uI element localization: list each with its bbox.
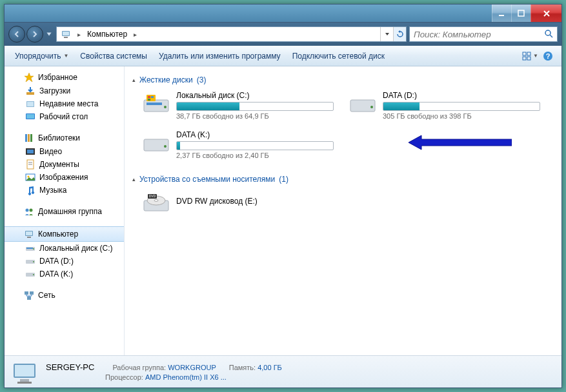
- map-drive-button[interactable]: Подключить сетевой диск: [287, 49, 390, 63]
- computer-icon: [24, 229, 34, 239]
- favorites-icon: [24, 72, 34, 83]
- homegroup-header[interactable]: Домашняя группа: [5, 204, 124, 219]
- svg-point-52: [370, 106, 373, 108]
- address-bar[interactable]: ▸ Компьютер ▸: [56, 26, 407, 42]
- minimize-button[interactable]: [492, 5, 511, 22]
- libraries-header[interactable]: Библиотеки: [5, 131, 124, 145]
- sidebar-item-documents[interactable]: Документы: [5, 158, 124, 171]
- hdd-icon: [349, 91, 376, 115]
- svg-rect-10: [527, 57, 531, 60]
- drive-k-label: DATA (K:): [39, 270, 73, 279]
- breadcrumb-chevron-icon[interactable]: ▸: [75, 31, 83, 38]
- svg-rect-40: [25, 291, 28, 295]
- computer-group: Компьютер Локальный диск (C:) DATA (D:): [5, 226, 124, 280]
- help-button[interactable]: ?: [540, 48, 556, 64]
- collapse-icon: ▴: [132, 176, 136, 182]
- removable-grid: DVD DVD RW дисковод (E:): [141, 189, 554, 216]
- drive-name: Локальный диск (C:): [176, 91, 334, 100]
- svg-point-54: [164, 145, 167, 148]
- hdd-section-header[interactable]: ▴ Жесткие диски (3): [132, 73, 554, 87]
- drive-item-c[interactable]: Локальный диск (C:) 38,7 ГБ свободно из …: [141, 90, 335, 121]
- sidebar-item-desktop[interactable]: Рабочий стол: [5, 110, 124, 123]
- svg-rect-19: [28, 134, 30, 142]
- address-root[interactable]: [57, 27, 75, 41]
- nav-arrows: [8, 26, 54, 43]
- svg-rect-47: [148, 96, 150, 98]
- address-history-dropdown[interactable]: [380, 27, 393, 41]
- back-button[interactable]: [8, 26, 25, 43]
- content-pane: ▴ Жесткие диски (3) Локальный диск (C:) …: [125, 66, 561, 355]
- svg-rect-51: [350, 100, 375, 112]
- drive-icon: [25, 269, 35, 279]
- favorites-header[interactable]: Избранное: [5, 70, 124, 84]
- memory-key: Память:: [229, 364, 256, 371]
- hdd-section-label: Жесткие диски: [139, 75, 193, 84]
- desktop-label: Рабочий стол: [39, 112, 88, 121]
- removable-section-label: Устройства со съемными носителями: [139, 175, 275, 184]
- removable-section-header[interactable]: ▴ Устройства со съемными носителями (1): [132, 172, 554, 186]
- sidebar-item-videos[interactable]: Видео: [5, 145, 124, 158]
- svg-point-28: [26, 209, 29, 212]
- svg-point-39: [33, 274, 34, 275]
- dvd-icon: DVD: [143, 190, 170, 215]
- breadcrumb-chevron-icon[interactable]: ▸: [131, 31, 139, 38]
- explorer-window: ▸ Компьютер ▸ Упорядочить ▼ Сво: [4, 4, 562, 388]
- music-icon: [25, 185, 35, 195]
- svg-rect-4: [64, 37, 68, 38]
- sidebar-item-drive-k[interactable]: DATA (K:): [5, 268, 124, 280]
- drive-item-dvd[interactable]: DVD DVD RW дисковод (E:): [141, 189, 335, 216]
- hdd-icon: [143, 91, 170, 115]
- workgroup-value: WORKGROUP: [168, 364, 216, 371]
- drive-d-label: DATA (D:): [39, 257, 74, 266]
- properties-label: Свойства системы: [80, 52, 147, 61]
- mapdrive-label: Подключить сетевой диск: [292, 52, 385, 61]
- search-icon[interactable]: [544, 29, 553, 40]
- hdd-section-count: (3): [197, 75, 207, 84]
- sidebar-item-recent[interactable]: Недавние места: [5, 97, 124, 110]
- breadcrumb-computer[interactable]: Компьютер: [83, 27, 131, 41]
- sidebar-item-drive-c[interactable]: Локальный диск (C:): [5, 242, 124, 255]
- svg-rect-9: [523, 57, 526, 60]
- system-properties-button[interactable]: Свойства системы: [75, 49, 152, 63]
- svg-rect-3: [63, 32, 69, 35]
- computer-header[interactable]: Компьютер: [5, 226, 124, 242]
- close-button[interactable]: [531, 5, 561, 22]
- history-dropdown[interactable]: [45, 26, 54, 43]
- cpu-field: Процессор: AMD Phenom(tm) II X6 ...: [105, 373, 227, 381]
- sidebar-item-downloads[interactable]: Загрузки: [5, 84, 124, 97]
- libraries-group: Библиотеки Видео Документы: [5, 131, 124, 197]
- search-input[interactable]: [414, 30, 544, 39]
- svg-rect-62: [20, 379, 29, 382]
- window-controls: [492, 5, 561, 22]
- drive-icon: [25, 256, 35, 266]
- maximize-button[interactable]: [511, 5, 531, 22]
- refresh-button[interactable]: [393, 27, 406, 41]
- svg-point-45: [164, 106, 167, 108]
- sidebar-item-music[interactable]: Музыка: [5, 184, 124, 197]
- organize-label: Упорядочить: [15, 52, 61, 61]
- svg-point-5: [545, 30, 551, 35]
- search-box[interactable]: [409, 26, 558, 42]
- drive-free-text: 2,37 ГБ свободно из 2,40 ГБ: [176, 152, 334, 159]
- drive-free-text: 38,7 ГБ свободно из 64,9 ГБ: [176, 112, 334, 120]
- view-options-button[interactable]: ▼: [521, 48, 538, 64]
- sidebar-item-drive-d[interactable]: DATA (D:): [5, 255, 124, 268]
- svg-point-29: [30, 209, 33, 212]
- capacity-bar: [383, 102, 540, 111]
- documents-label: Документы: [39, 160, 79, 169]
- music-label: Музыка: [39, 186, 66, 195]
- svg-rect-49: [148, 99, 150, 101]
- computer-label: Компьютер: [38, 230, 78, 239]
- svg-rect-44: [147, 103, 162, 105]
- uninstall-program-button[interactable]: Удалить или изменить программу: [154, 49, 286, 63]
- details-pane: SERGEY-PC Рабочая группа: WORKGROUP Памя…: [5, 355, 561, 387]
- drive-item-k[interactable]: DATA (K:) 2,37 ГБ свободно из 2,40 ГБ: [141, 129, 335, 161]
- svg-rect-50: [151, 99, 154, 101]
- network-header[interactable]: Сеть: [5, 288, 124, 302]
- dropdown-icon: ▼: [533, 53, 538, 59]
- drive-item-d[interactable]: DATA (D:) 305 ГБ свободно из 398 ГБ: [348, 90, 541, 121]
- sidebar-item-pictures[interactable]: Изображения: [5, 171, 124, 184]
- forward-button[interactable]: [26, 26, 43, 43]
- svg-point-57: [154, 200, 158, 202]
- organize-menu[interactable]: Упорядочить ▼: [10, 49, 74, 63]
